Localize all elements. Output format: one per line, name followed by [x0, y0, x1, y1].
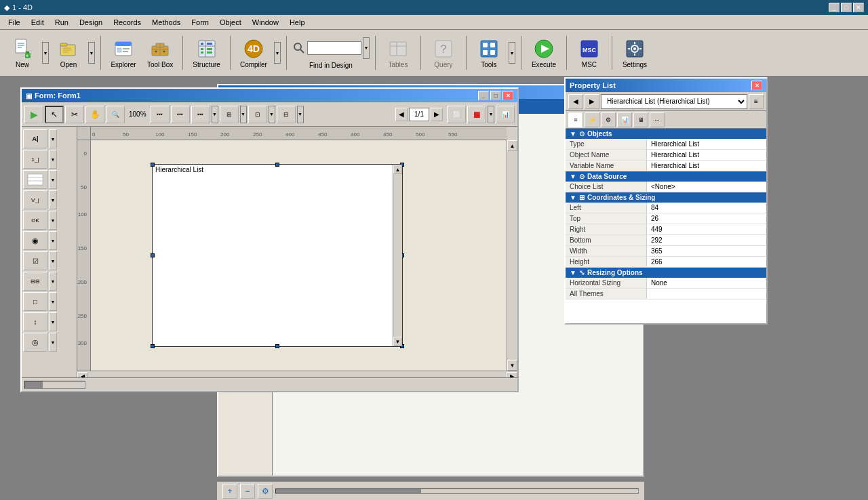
- text-tool-dropdown[interactable]: ▼: [49, 129, 57, 148]
- list-tool[interactable]: [23, 170, 47, 189]
- var-tool-dropdown[interactable]: ▼: [49, 190, 57, 209]
- status-add-button[interactable]: +: [222, 484, 237, 499]
- tools-button[interactable]: Tools: [472, 35, 506, 71]
- rect-tool-dropdown[interactable]: ▼: [49, 292, 57, 311]
- scroll-up-button[interactable]: ▲: [507, 140, 517, 151]
- form-copy-tool[interactable]: ⬜: [447, 106, 466, 123]
- page-prev-button[interactable]: ◀: [395, 108, 408, 121]
- status-remove-button[interactable]: −: [240, 484, 255, 499]
- page-next-button[interactable]: ▶: [431, 108, 443, 121]
- menu-window[interactable]: Window: [247, 17, 284, 28]
- scroll-left-button[interactable]: ◀: [77, 372, 88, 378]
- ok-tool-dropdown[interactable]: ▼: [49, 211, 57, 230]
- status-scroll-h[interactable]: [24, 381, 85, 389]
- objects-section-toggle[interactable]: ▼: [570, 130, 576, 138]
- compiler-button[interactable]: 4D Compiler: [236, 35, 271, 71]
- status-gear-button[interactable]: ⚙: [258, 484, 273, 499]
- menu-object[interactable]: Object: [214, 17, 247, 28]
- prop-tab-6[interactable]: ···: [650, 112, 665, 127]
- resize-handle-tl[interactable]: [151, 163, 155, 167]
- menu-help[interactable]: Help: [284, 17, 311, 28]
- resize-handle-ml[interactable]: [151, 253, 155, 257]
- form-zoom-tool[interactable]: 🔍: [106, 106, 125, 123]
- text-tool[interactable]: A|: [23, 129, 47, 148]
- object-scrollbar[interactable]: ▲ ▼: [393, 165, 402, 346]
- menu-file[interactable]: File: [3, 17, 26, 28]
- form-maximize[interactable]: □: [490, 91, 501, 100]
- ok-tool[interactable]: OK: [23, 211, 47, 230]
- resizing-toggle[interactable]: ▼: [570, 269, 576, 276]
- menu-methods[interactable]: Methods: [146, 17, 186, 28]
- tables-button[interactable]: Tables: [381, 35, 415, 71]
- data-source-toggle[interactable]: ▼: [570, 173, 576, 180]
- new-dropdown-arrow[interactable]: ▼: [42, 42, 49, 64]
- resize-handle-tc[interactable]: [275, 163, 279, 167]
- page-input[interactable]: 1/1: [409, 108, 429, 121]
- form-scrollbar-v[interactable]: ▲ ▼: [507, 140, 517, 371]
- prop-tab-5[interactable]: 🖥: [633, 112, 648, 127]
- menu-edit[interactable]: Edit: [26, 17, 50, 28]
- compiler-dropdown-arrow[interactable]: ▼: [274, 42, 281, 64]
- open-dropdown-arrow[interactable]: ▼: [88, 42, 95, 64]
- form-align-dropdown[interactable]: ▼: [240, 106, 247, 123]
- form-group-tool[interactable]: ⊡: [248, 106, 267, 123]
- form-bar-tool-2[interactable]: ▪▪▪: [171, 106, 190, 123]
- prop-object-dropdown[interactable]: Hierarchical List (Hierarchical List): [601, 94, 747, 109]
- tools-dropdown-arrow[interactable]: ▼: [509, 42, 515, 64]
- toolbox-button[interactable]: Tool Box: [143, 35, 177, 71]
- list-tool-dropdown[interactable]: ▼: [49, 170, 57, 189]
- prop-tab-4[interactable]: 📊: [617, 112, 632, 127]
- minimize-button[interactable]: _: [829, 3, 840, 12]
- form-select-tool[interactable]: ↖: [45, 106, 64, 123]
- maximize-button[interactable]: □: [841, 3, 852, 12]
- msc-button[interactable]: MSC MSC: [572, 35, 606, 71]
- form-order-dropdown[interactable]: ▼: [297, 106, 304, 123]
- menu-design[interactable]: Design: [74, 17, 108, 28]
- form-close[interactable]: ✕: [502, 91, 513, 100]
- check-tool[interactable]: ☑: [23, 251, 47, 270]
- find-dropdown-arrow[interactable]: ▼: [363, 37, 370, 59]
- prop-tab-properties[interactable]: ≡: [568, 112, 583, 127]
- resize-handle-bl[interactable]: [151, 344, 155, 348]
- prop-back-button[interactable]: ◀: [568, 94, 583, 109]
- form-stop-tool[interactable]: ⏹: [467, 106, 486, 123]
- circle-tool[interactable]: ◎: [23, 333, 47, 352]
- form-group-dropdown[interactable]: ▼: [269, 106, 275, 123]
- form-chart-tool[interactable]: 📊: [496, 106, 515, 123]
- radio-tool[interactable]: ◉: [23, 231, 47, 250]
- tabs-tool-dropdown[interactable]: ▼: [49, 272, 57, 291]
- number-tool[interactable]: 1_|: [23, 150, 47, 169]
- explorer-button[interactable]: Explorer: [106, 35, 140, 71]
- form-cut-tool[interactable]: ✂: [65, 106, 84, 123]
- form-hand-tool[interactable]: ✋: [85, 106, 104, 123]
- close-button[interactable]: ✕: [853, 3, 864, 12]
- settings-button[interactable]: Settings: [618, 35, 652, 71]
- open-button[interactable]: Open: [52, 35, 85, 71]
- form-bar-tool-3[interactable]: ▪▪▪: [191, 106, 210, 123]
- property-close[interactable]: ✕: [751, 81, 762, 90]
- menu-records[interactable]: Records: [108, 17, 146, 28]
- menu-form[interactable]: Form: [186, 17, 214, 28]
- prop-tab-events[interactable]: ⚡: [585, 112, 599, 127]
- check-tool-dropdown[interactable]: ▼: [49, 251, 57, 270]
- form-bar-tool-1[interactable]: ▪▪▪: [151, 106, 170, 123]
- scroll-right-button[interactable]: ▶: [507, 372, 517, 378]
- scroll-down-button[interactable]: ▼: [507, 360, 517, 371]
- form-minimize[interactable]: _: [478, 91, 489, 100]
- execute-button[interactable]: Execute: [527, 35, 561, 71]
- form-order-tool[interactable]: ⊟: [277, 106, 296, 123]
- resize-handle-bc[interactable]: [275, 344, 279, 348]
- new-button[interactable]: + New: [5, 35, 39, 71]
- query-button[interactable]: ? Query: [427, 35, 460, 71]
- circle-tool-dropdown[interactable]: ▼: [49, 333, 57, 352]
- prop-forward-button[interactable]: ▶: [585, 94, 599, 109]
- var-tool[interactable]: V_|: [23, 190, 47, 209]
- form-scrollbar-h[interactable]: ◀ ▶: [77, 371, 517, 377]
- tabs-tool[interactable]: ⊟⊟: [23, 272, 47, 291]
- number-tool-dropdown[interactable]: ▼: [49, 150, 57, 169]
- coordinates-toggle[interactable]: ▼: [570, 194, 576, 201]
- arrow-tool[interactable]: ↕: [23, 312, 47, 331]
- prop-menu-button[interactable]: ≡: [749, 94, 764, 109]
- arrow-tool-dropdown[interactable]: ▼: [49, 312, 57, 331]
- rect-tool[interactable]: □: [23, 292, 47, 311]
